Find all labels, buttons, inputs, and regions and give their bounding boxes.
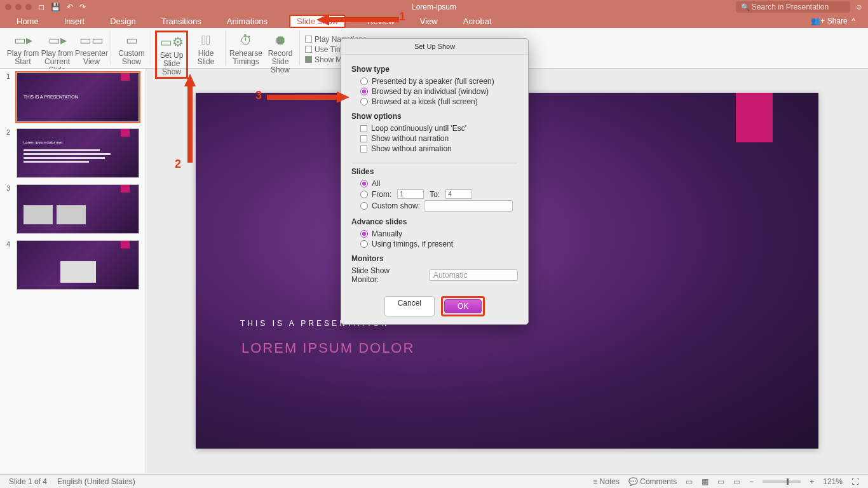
hide-slide-button[interactable]: ▭⃠Hide Slide xyxy=(189,30,222,66)
cancel-button[interactable]: Cancel xyxy=(384,296,435,316)
browsed-kiosk-radio[interactable]: Browsed at a kiosk (full screen) xyxy=(351,97,518,107)
svg-marker-0 xyxy=(316,14,399,25)
svg-marker-2 xyxy=(267,92,349,103)
rehearse-timings-button[interactable]: ⏱Rehearse Timings xyxy=(229,30,262,66)
slide-subtitle[interactable]: LOREM IPSUM DOLOR xyxy=(241,340,818,356)
tab-transitions[interactable]: Transitions xyxy=(158,15,205,27)
from-field[interactable]: 1 xyxy=(397,189,424,199)
slideshow-view-icon[interactable]: ▭ xyxy=(733,477,740,486)
autosave-icon[interactable]: ◻ xyxy=(38,3,44,11)
tab-animations[interactable]: Animations xyxy=(223,15,271,27)
sorter-view-icon[interactable]: ▦ xyxy=(702,477,709,486)
reading-view-icon[interactable]: ▭ xyxy=(717,477,724,486)
no-animation-checkbox[interactable]: Show without animation xyxy=(351,144,518,154)
document-title: Lorem-ipsum xyxy=(412,3,456,11)
zoom-icon[interactable] xyxy=(25,4,32,10)
browsed-individual-radio[interactable]: Browsed by an individual (window) xyxy=(351,86,518,97)
custom-show-radio[interactable]: Custom show: xyxy=(351,200,518,212)
normal-view-icon[interactable]: ▭ xyxy=(686,477,693,486)
window-controls[interactable] xyxy=(5,4,32,10)
tab-insert[interactable]: Insert xyxy=(60,15,89,27)
tab-home[interactable]: Home xyxy=(13,15,43,27)
tab-view[interactable]: View xyxy=(416,15,442,27)
tab-design[interactable]: Design xyxy=(106,15,139,27)
show-type-heading: Show type xyxy=(351,65,518,74)
undo-icon[interactable]: ↶ xyxy=(67,3,73,11)
monitors-heading: Monitors xyxy=(351,254,518,263)
notes-button[interactable]: ≡ Notes xyxy=(593,477,620,486)
fit-icon[interactable]: ⛶ xyxy=(851,477,859,486)
ribbon-tabs: Home Insert Design Transitions Animation… xyxy=(0,14,868,28)
svg-marker-1 xyxy=(184,74,196,163)
loop-checkbox[interactable]: Loop continuously until 'Esc' xyxy=(351,123,518,133)
zoom-out-icon[interactable]: − xyxy=(749,477,754,486)
accent-shape xyxy=(736,93,773,142)
monitor-select[interactable]: Automatic xyxy=(429,269,518,281)
to-field[interactable]: 4 xyxy=(445,189,472,199)
presenter-view-button[interactable]: ▭▭Presenter View xyxy=(75,30,108,66)
set-up-show-dialog: Set Up Show Show type Presented by a spe… xyxy=(341,38,529,325)
annotation-2: 2 xyxy=(175,158,181,171)
dialog-title: Set Up Show xyxy=(341,39,528,55)
show-options-heading: Show options xyxy=(351,112,518,121)
close-icon[interactable] xyxy=(5,4,11,10)
thumbnail-4[interactable] xyxy=(17,240,139,290)
tab-acrobat[interactable]: Acrobat xyxy=(459,15,496,27)
language[interactable]: English (United States) xyxy=(57,477,135,486)
arrow-3-icon xyxy=(267,90,349,104)
custom-show-button[interactable]: ▭Custom Show xyxy=(115,30,148,66)
zoom-slider[interactable] xyxy=(763,480,801,483)
advance-slides-heading: Advance slides xyxy=(351,217,518,226)
ok-highlight: OK xyxy=(441,296,485,316)
zoom-level[interactable]: 121% xyxy=(823,477,843,486)
title-bar: ◻ 💾 ↶ ↷ Lorem-ipsum 🔍 Search in Presenta… xyxy=(0,0,868,14)
arrow-1-icon xyxy=(316,13,399,27)
no-narration-checkbox[interactable]: Show without narration xyxy=(351,133,518,144)
using-timings-radio[interactable]: Using timings, if present xyxy=(351,239,518,249)
annotation-3: 3 xyxy=(255,89,262,102)
slides-heading: Slides xyxy=(351,167,518,176)
thumbnail-2[interactable]: Lorem ipsum dolor met xyxy=(17,128,139,178)
thumbnail-3[interactable] xyxy=(17,184,139,234)
slide-thumbnails[interactable]: 1THIS IS A PRESENTATION 2Lorem ipsum dol… xyxy=(0,69,146,473)
custom-show-select[interactable] xyxy=(424,200,513,212)
slide-count: Slide 1 of 4 xyxy=(9,477,47,486)
minimize-icon[interactable] xyxy=(15,4,22,10)
presented-by-speaker-radio[interactable]: Presented by a speaker (full screen) xyxy=(351,76,518,86)
from-to-radio[interactable]: From:1To:4 xyxy=(351,189,518,200)
redo-icon[interactable]: ↷ xyxy=(79,3,86,11)
slide-title[interactable]: THIS IS A PRESENTATION xyxy=(240,290,818,335)
comments-button[interactable]: 💬 Comments xyxy=(628,477,677,486)
ok-button[interactable]: OK xyxy=(444,299,482,313)
save-icon[interactable]: 💾 xyxy=(51,3,60,11)
zoom-in-icon[interactable]: + xyxy=(810,477,814,486)
share-button[interactable]: 👥+ Share ^ xyxy=(811,17,855,25)
thumbnail-1[interactable]: THIS IS A PRESENTATION xyxy=(17,72,139,122)
annotation-1: 1 xyxy=(399,10,405,24)
all-slides-radio[interactable]: All xyxy=(351,179,518,189)
quick-access-toolbar: ◻ 💾 ↶ ↷ xyxy=(38,3,86,11)
arrow-2-icon xyxy=(183,74,197,163)
monitor-row: Slide Show Monitor: Automatic xyxy=(351,266,518,285)
manually-radio[interactable]: Manually xyxy=(351,229,518,239)
search-input[interactable]: 🔍 Search in Presentation xyxy=(736,1,850,13)
status-bar: Slide 1 of 4 English (United States) ≡ N… xyxy=(0,474,868,488)
play-from-start-button[interactable]: ▭▸Play from Start xyxy=(6,30,39,66)
user-icon[interactable]: ☺ xyxy=(855,3,863,11)
